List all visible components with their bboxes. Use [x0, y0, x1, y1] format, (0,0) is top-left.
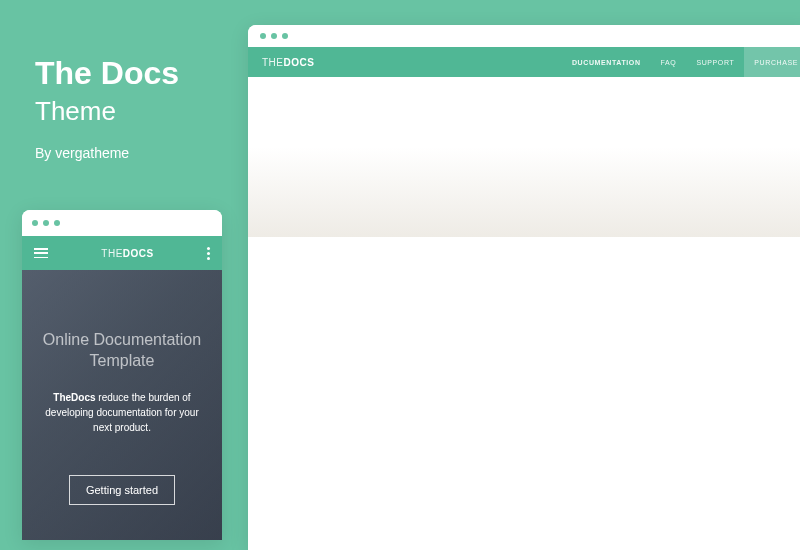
logo[interactable]: THEDOCS: [262, 57, 314, 68]
desktop-window-chrome: [248, 25, 800, 47]
logo[interactable]: THEDOCS: [101, 248, 153, 259]
theme-name: The Docs: [35, 55, 179, 92]
mobile-preview: THEDOCS Online DocumentationTemplate The…: [22, 210, 222, 540]
desktop-hero: Online Documentation Template TheDocs re…: [248, 77, 800, 550]
theme-header: The Docs Theme By vergatheme: [35, 55, 179, 161]
window-dot-icon: [260, 33, 266, 39]
theme-author: By vergatheme: [35, 145, 179, 161]
mobile-window-chrome: [22, 210, 222, 236]
nav-item-purchase[interactable]: PURCHASE: [744, 47, 800, 77]
nav-menu: DUCUMENTATION FAQ SUPPORT PURCHASE: [562, 47, 800, 77]
mobile-hero: Online DocumentationTemplate TheDocs red…: [22, 270, 222, 540]
window-dot-icon: [32, 220, 38, 226]
mobile-navbar: THEDOCS: [22, 236, 222, 270]
desktop-preview: THEDOCS DUCUMENTATION FAQ SUPPORT PURCHA…: [248, 25, 800, 550]
window-dot-icon: [54, 220, 60, 226]
menu-icon[interactable]: [34, 248, 48, 258]
desktop-navbar: THEDOCS DUCUMENTATION FAQ SUPPORT PURCHA…: [248, 47, 800, 77]
window-dot-icon: [271, 33, 277, 39]
window-dot-icon: [43, 220, 49, 226]
hero-heading: Online Documentation Template: [248, 237, 800, 269]
more-icon[interactable]: [207, 247, 210, 260]
hero-heading: Online DocumentationTemplate: [40, 330, 204, 372]
nav-item-support[interactable]: SUPPORT: [686, 47, 744, 77]
getting-started-button[interactable]: Getting started: [476, 354, 580, 385]
getting-started-button[interactable]: Getting started: [69, 475, 175, 505]
nav-item-faq[interactable]: FAQ: [651, 47, 687, 77]
nav-item-documentation[interactable]: DUCUMENTATION: [562, 47, 651, 77]
theme-subtitle: Theme: [35, 96, 179, 127]
hero-tagline: TheDocs reduce the burden of developing …: [248, 297, 800, 308]
hero-tagline: TheDocs reduce the burden of developing …: [40, 390, 204, 435]
window-dot-icon: [282, 33, 288, 39]
